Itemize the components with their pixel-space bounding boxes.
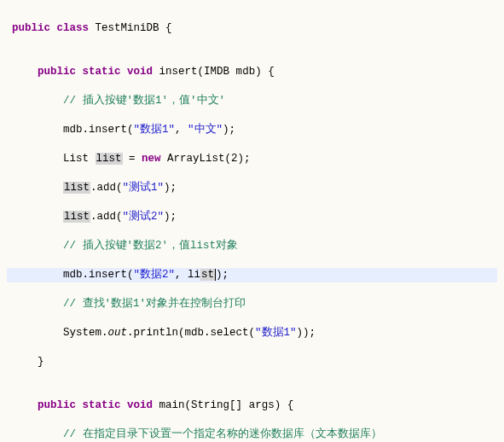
comment: // 插入按键'数据1'，值'中文'	[63, 95, 225, 107]
method-sig: insert(IMDB mdb) {	[159, 66, 275, 78]
string: "数据1"	[255, 327, 297, 339]
code: ArrayList(2);	[161, 153, 251, 165]
comment: // 查找'数据1'对象并在控制台打印	[63, 298, 246, 310]
code-line: }	[7, 355, 497, 369]
brace: }	[38, 356, 44, 368]
code-line: List list = new ArrayList(2);	[7, 152, 497, 166]
var-list-partial: st	[200, 269, 215, 281]
code-line: list.add("测试1");	[7, 181, 497, 195]
code: List	[63, 153, 96, 165]
keyword-static: static	[83, 66, 121, 78]
code-line: list.add("测试2");	[7, 210, 497, 224]
string: "数据2"	[134, 269, 176, 281]
method-sig: main(String[] args) {	[159, 399, 294, 411]
highlighted-line: mdb.insert("数据2", list);	[7, 268, 497, 282]
code-line: public static void main(String[] args) {	[7, 398, 497, 413]
string: "测试2"	[123, 211, 165, 223]
code: System.	[63, 327, 108, 339]
keyword-public: public	[12, 22, 50, 34]
comment: // 插入按键'数据2'，值list对象	[63, 240, 238, 252]
code: .add(	[90, 182, 123, 194]
string: "测试1"	[123, 182, 165, 194]
string: "中文"	[188, 124, 223, 136]
code: .println(mdb.select(	[127, 327, 255, 339]
var-list: list	[63, 182, 90, 194]
code: .add(	[90, 211, 123, 223]
class-name: TestMiniDB {	[96, 22, 172, 34]
code: ,	[175, 124, 188, 136]
keyword-void: void	[127, 66, 153, 78]
code: );	[164, 211, 177, 223]
static-out: out	[108, 327, 128, 339]
keyword-void: void	[127, 399, 153, 411]
code-line: System.out.println(mdb.select("数据1"));	[7, 326, 497, 340]
code: mdb.insert(	[63, 269, 134, 281]
code-line: // 在指定目录下设置一个指定名称的迷你数据库（文本数据库）	[7, 427, 497, 442]
code-block: public class TestMiniDB { public static …	[7, 7, 497, 442]
var-list: list	[96, 153, 123, 165]
code-line: public static void insert(IMDB mdb) {	[7, 65, 497, 79]
keyword-public: public	[38, 66, 76, 78]
keyword-new: new	[142, 153, 161, 165]
string: "数据1"	[134, 124, 176, 136]
code: mdb.insert(	[63, 124, 134, 136]
var-list: list	[63, 211, 90, 223]
code: );	[223, 124, 235, 136]
code-line: mdb.insert("数据1", "中文");	[7, 123, 497, 137]
code: );	[216, 269, 229, 281]
comment: // 在指定目录下设置一个指定名称的迷你数据库（文本数据库）	[63, 428, 382, 440]
keyword-class: class	[57, 22, 90, 34]
code-line: public class TestMiniDB {	[7, 21, 497, 36]
code: , li	[175, 269, 200, 281]
code: );	[164, 182, 177, 194]
keyword-static: static	[83, 399, 121, 411]
code-line: // 插入按键'数据2'，值list对象	[7, 239, 497, 253]
keyword-public: public	[38, 399, 76, 411]
code-line: // 插入按键'数据1'，值'中文'	[7, 94, 497, 108]
code: ));	[297, 327, 316, 339]
code: =	[123, 153, 142, 165]
code-line: // 查找'数据1'对象并在控制台打印	[7, 297, 497, 311]
